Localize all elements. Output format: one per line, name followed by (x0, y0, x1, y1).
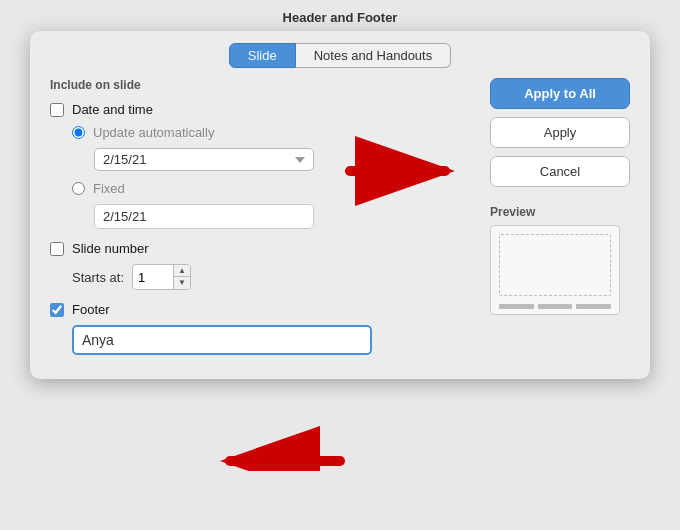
stepper: ▲ ▼ (173, 265, 190, 289)
fixed-row: Fixed (72, 181, 470, 196)
preview-label: Preview (490, 205, 630, 219)
starts-at-row: Starts at: ▲ ▼ (72, 264, 470, 290)
apply-to-all-button[interactable]: Apply to All (490, 78, 630, 109)
dropdown-row: 2/15/21 (94, 148, 470, 171)
fixed-radio[interactable] (72, 182, 85, 195)
footer-section: Footer (50, 302, 470, 355)
tab-bar: Slide Notes and Handouts (30, 31, 650, 78)
update-auto-radio[interactable] (72, 126, 85, 139)
right-panel: Apply to All Apply Cancel Preview (490, 78, 630, 359)
cancel-button[interactable]: Cancel (490, 156, 630, 187)
preview-slide-area (499, 234, 611, 296)
slide-number-row: Slide number (50, 241, 470, 256)
slide-number-section: Slide number Starts at: ▲ ▼ (50, 241, 470, 290)
preview-bar-1 (499, 304, 534, 309)
footer-input[interactable] (72, 325, 372, 355)
dialog-content: Include on slide Date and time Update au… (30, 78, 650, 359)
tab-slide[interactable]: Slide (229, 43, 296, 68)
tab-notes-handouts[interactable]: Notes and Handouts (296, 43, 452, 68)
dialog-panel: Slide Notes and Handouts Include on slid… (30, 31, 650, 379)
starts-at-input-wrapper: ▲ ▼ (132, 264, 191, 290)
stepper-down[interactable]: ▼ (174, 277, 190, 289)
date-time-row: Date and time (50, 102, 470, 117)
fixed-date-input[interactable] (94, 204, 314, 229)
update-auto-label: Update automatically (93, 125, 214, 140)
date-time-checkbox[interactable] (50, 103, 64, 117)
fixed-label: Fixed (93, 181, 125, 196)
stepper-up[interactable]: ▲ (174, 265, 190, 277)
preview-section: Preview (490, 205, 630, 315)
date-format-dropdown[interactable]: 2/15/21 (94, 148, 314, 171)
preview-bar-3 (576, 304, 611, 309)
preview-bar-2 (538, 304, 573, 309)
footer-label: Footer (72, 302, 110, 317)
date-time-label: Date and time (72, 102, 153, 117)
radio-group: Update automatically 2/15/21 Fixed (72, 125, 470, 229)
left-panel: Include on slide Date and time Update au… (50, 78, 470, 359)
starts-at-label: Starts at: (72, 270, 124, 285)
preview-footer-bars (499, 304, 611, 309)
apply-button[interactable]: Apply (490, 117, 630, 148)
slide-number-checkbox[interactable] (50, 242, 64, 256)
update-auto-row: Update automatically (72, 125, 470, 140)
starts-at-input[interactable] (133, 267, 173, 288)
slide-number-label: Slide number (72, 241, 149, 256)
footer-row: Footer (50, 302, 470, 317)
preview-box (490, 225, 620, 315)
footer-checkbox[interactable] (50, 303, 64, 317)
dialog-title: Header and Footer (0, 0, 680, 31)
section-label: Include on slide (50, 78, 470, 92)
